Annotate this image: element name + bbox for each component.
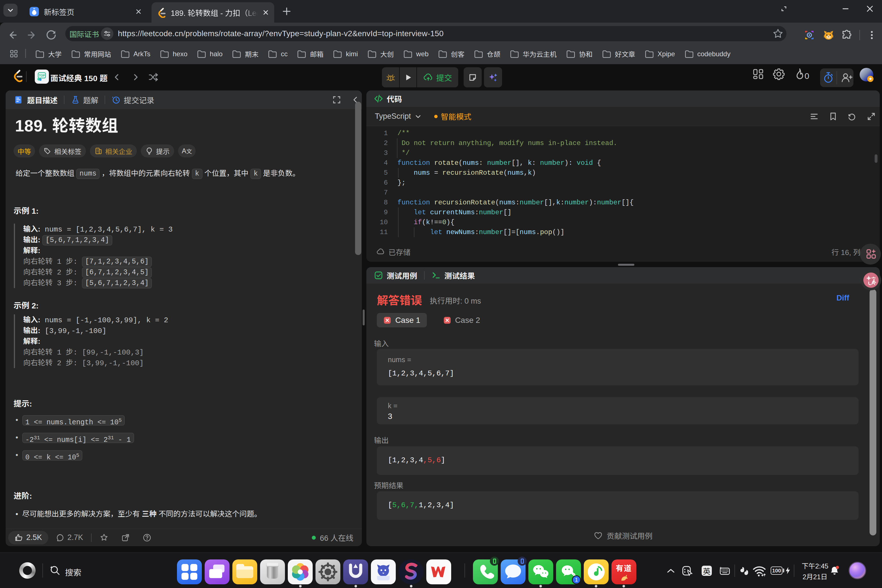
svg-text:TOP: TOP bbox=[39, 74, 45, 77]
svg-text:A: A bbox=[871, 280, 875, 286]
